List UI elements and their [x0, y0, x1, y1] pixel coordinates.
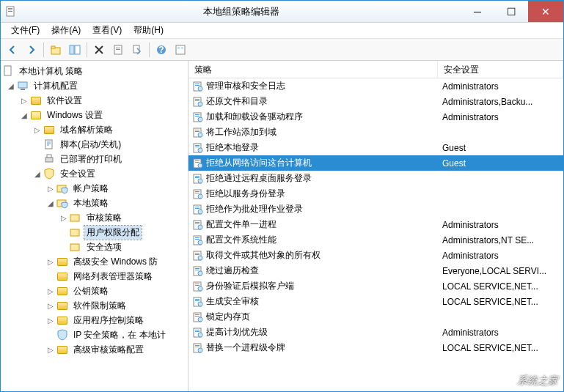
policy-name: 将工作站添加到域: [206, 126, 276, 138]
expander-icon[interactable]: ◢: [7, 81, 15, 90]
list-row[interactable]: 替换一个进程级令牌LOCAL SERVICE,NET...: [188, 340, 563, 355]
list-row[interactable]: 拒绝作为批处理作业登录: [188, 201, 563, 217]
expander-icon[interactable]: ▷: [46, 301, 55, 310]
svg-point-83: [198, 286, 202, 291]
list-row[interactable]: 拒绝以服务身份登录: [188, 186, 563, 201]
tree-audit-policy[interactable]: ▷审核策略: [1, 210, 188, 225]
security-setting: [438, 193, 563, 196]
policy-name: 拒绝本地登录: [206, 141, 259, 154]
list-row[interactable]: 加载和卸载设备驱动程序Administrators: [188, 109, 563, 125]
expander-icon[interactable]: ▷: [33, 125, 42, 134]
svg-rect-33: [195, 99, 199, 100]
list-row[interactable]: 身份验证后模拟客户端LOCAL SERVICE,NET...: [188, 278, 563, 294]
properties-button[interactable]: [109, 41, 127, 59]
list-row[interactable]: 配置文件系统性能Administrators,NT SE...: [188, 232, 563, 248]
tree-network-list[interactable]: 网络列表管理器策略: [1, 269, 188, 284]
svg-rect-73: [195, 253, 199, 254]
security-setting: Administrators: [438, 218, 563, 232]
tree-deployed-printers[interactable]: 已部署的打印机: [1, 152, 188, 166]
svg-point-39: [198, 117, 202, 122]
help-button[interactable]: ?: [153, 41, 170, 59]
svg-rect-34: [195, 100, 199, 101]
svg-point-47: [198, 148, 202, 152]
forward-button[interactable]: [23, 41, 40, 59]
expander-icon[interactable]: ▷: [46, 316, 55, 325]
tree-software-restriction[interactable]: ▷软件限制策略: [1, 298, 188, 313]
list-row[interactable]: 拒绝从网络访问这台计算机Guest: [188, 155, 563, 171]
tree-local-policies[interactable]: ◢本地策略: [1, 196, 188, 210]
expander-icon[interactable]: ▷: [46, 184, 55, 193]
tree-windows-firewall[interactable]: ▷高级安全 Windows 防: [1, 254, 188, 269]
svg-rect-26: [70, 229, 79, 236]
expander-icon[interactable]: ▷: [20, 96, 29, 105]
column-header-policy[interactable]: 策略: [188, 61, 438, 78]
svg-point-79: [198, 271, 202, 275]
policy-icon: [193, 143, 203, 153]
policy-name: 替换一个进程级令牌: [206, 341, 285, 354]
menu-file[interactable]: 文件(F): [5, 23, 45, 38]
tree-advanced-audit[interactable]: ▷高级审核策略配置: [1, 342, 188, 357]
tree-root[interactable]: 本地计算机 策略: [1, 64, 188, 78]
tree-computer-config[interactable]: ◢计算机配置: [1, 78, 188, 93]
close-button[interactable]: ✕: [528, 1, 563, 22]
list-pane[interactable]: 策略 安全设置 管理审核和安全日志Administrators还原文件和目录Ad…: [188, 61, 563, 391]
up-button[interactable]: [47, 41, 65, 59]
tree-account-policies[interactable]: ▷帐户策略: [1, 181, 188, 196]
minimize-button[interactable]: ─: [461, 1, 494, 22]
menu-view[interactable]: 查看(V): [87, 23, 128, 38]
policy-icon: [193, 81, 203, 92]
window-title: 本地组策略编辑器: [21, 5, 461, 18]
back-button[interactable]: [4, 41, 21, 59]
list-row[interactable]: 提高计划优先级Administrators: [188, 325, 563, 340]
export-button[interactable]: [128, 41, 146, 59]
svg-rect-66: [195, 223, 199, 224]
svg-point-75: [198, 256, 202, 260]
list-row[interactable]: 管理审核和安全日志Administrators: [188, 78, 563, 94]
tree-pane[interactable]: 本地计算机 策略 ◢计算机配置 ▷软件设置 ◢Windows 设置 ▷域名解析策…: [1, 61, 188, 391]
list-row[interactable]: 拒绝本地登录Guest: [188, 140, 563, 155]
svg-rect-74: [195, 254, 199, 255]
expander-icon[interactable]: ▷: [46, 345, 55, 354]
svg-rect-65: [195, 222, 199, 223]
tree-security-settings[interactable]: ◢安全设置: [1, 166, 188, 181]
tree-ip-security[interactable]: IP 安全策略，在 本地计: [1, 328, 188, 342]
tree-software-settings[interactable]: ▷软件设置: [1, 93, 188, 108]
tree-user-rights[interactable]: 用户权限分配: [1, 225, 188, 240]
svg-point-67: [198, 225, 202, 229]
list-row[interactable]: 绕过遍历检查Everyone,LOCAL SERVI...: [188, 263, 563, 278]
list-row[interactable]: 生成安全审核LOCAL SERVICE,NET...: [188, 294, 563, 309]
tree-windows-settings[interactable]: ◢Windows 设置: [1, 108, 188, 122]
show-hide-tree-button[interactable]: [66, 41, 84, 59]
menu-action[interactable]: 操作(A): [45, 23, 87, 38]
list-row[interactable]: 拒绝通过远程桌面服务登录: [188, 171, 563, 186]
column-header-setting[interactable]: 安全设置: [438, 61, 563, 78]
tree-app-control[interactable]: ▷应用程序控制策略: [1, 313, 188, 328]
policy-name: 拒绝从网络访问这台计算机: [206, 157, 312, 169]
svg-rect-22: [47, 155, 51, 158]
svg-rect-1: [8, 8, 12, 9]
expander-icon[interactable]: ◢: [20, 111, 29, 119]
maximize-button[interactable]: ☐: [494, 1, 528, 22]
svg-rect-58: [195, 193, 199, 193]
list-row[interactable]: 还原文件和目录Administrators,Backu...: [188, 94, 563, 109]
tree-public-key[interactable]: ▷公钥策略: [1, 284, 188, 298]
expander-icon[interactable]: ▷: [59, 213, 68, 222]
delete-button[interactable]: [90, 41, 108, 59]
tree-dns-policy[interactable]: ▷域名解析策略: [1, 122, 188, 137]
expander-icon[interactable]: ◢: [46, 199, 55, 207]
svg-rect-7: [75, 45, 80, 54]
list-row[interactable]: 锁定内存页: [188, 309, 563, 325]
folder-shield-icon: [70, 241, 81, 253]
list-row[interactable]: 配置文件单一进程Administrators: [188, 217, 563, 232]
expander-icon[interactable]: ◢: [33, 169, 42, 178]
tree-scripts[interactable]: 脚本(启动/关机): [1, 137, 188, 152]
expander-icon[interactable]: ▷: [46, 286, 55, 295]
menu-help[interactable]: 帮助(H): [128, 23, 169, 38]
expander-icon[interactable]: ▷: [46, 257, 55, 266]
tree-security-options[interactable]: 安全选项: [1, 240, 188, 254]
refresh-button[interactable]: [172, 41, 189, 59]
document-icon: [2, 65, 14, 77]
list-row[interactable]: 将工作站添加到域: [188, 125, 563, 140]
list-row[interactable]: 取得文件或其他对象的所有权Administrators: [188, 248, 563, 263]
list-header: 策略 安全设置: [188, 61, 563, 78]
